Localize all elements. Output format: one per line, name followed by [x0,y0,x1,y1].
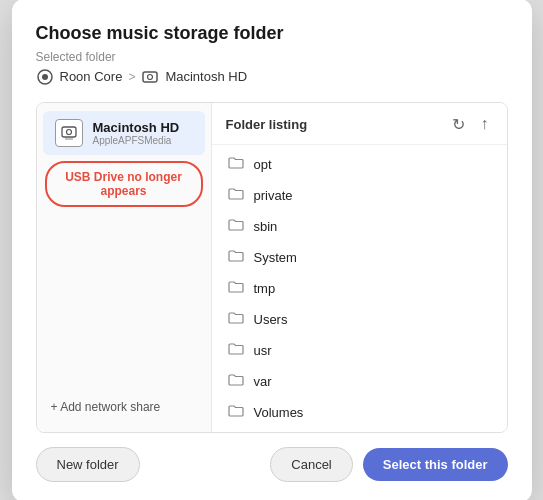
folder-icon [228,187,244,204]
folder-item[interactable]: private [212,180,507,211]
folder-name: usr [254,343,272,358]
refresh-button[interactable]: ↻ [448,113,469,136]
main-area: Macintosh HD AppleAPFSMedia USB Drive no… [36,102,508,433]
folder-item[interactable]: tmp [212,273,507,304]
folder-item[interactable]: Volumes [212,397,507,428]
breadcrumb: Roon Core > Macintosh HD [36,68,508,86]
sidebar-item-macintosh-hd[interactable]: Macintosh HD AppleAPFSMedia [43,111,205,155]
folder-name: tmp [254,281,276,296]
breadcrumb-macintosh-hd: Macintosh HD [165,69,247,84]
svg-rect-2 [143,72,157,82]
folder-name: var [254,374,272,389]
folder-item[interactable]: var [212,366,507,397]
cancel-button[interactable]: Cancel [270,447,352,482]
folder-icon [228,218,244,235]
svg-point-5 [66,129,71,134]
folder-item[interactable]: sbin [212,211,507,242]
up-button[interactable]: ↑ [477,113,493,135]
folder-name: Users [254,312,288,327]
dialog-footer: New folder Cancel Select this folder [36,447,508,482]
folder-icon [228,342,244,359]
folder-panel-title: Folder listing [226,117,308,132]
folder-item[interactable]: usr [212,335,507,366]
select-folder-button[interactable]: Select this folder [363,448,508,481]
breadcrumb-roon-core: Roon Core [60,69,123,84]
roon-core-icon [36,68,54,86]
dialog-title: Choose music storage folder [36,23,508,44]
folder-panel-header: Folder listing ↻ ↑ [212,103,507,145]
folder-name: private [254,188,293,203]
folder-name: sbin [254,219,278,234]
folder-name: Volumes [254,405,304,420]
folder-item[interactable]: System [212,242,507,273]
folder-icon [228,249,244,266]
folder-icon [228,404,244,421]
folder-icon [228,311,244,328]
usb-warning[interactable]: USB Drive no longer appears [45,161,203,207]
folder-icon [228,156,244,173]
svg-point-1 [42,74,48,80]
breadcrumb-separator: > [128,70,135,84]
folder-item[interactable]: Users [212,304,507,335]
folder-name: opt [254,157,272,172]
folder-name: System [254,250,297,265]
macintosh-hd-icon [55,119,83,147]
macintosh-hd-sub: AppleAPFSMedia [93,135,180,146]
folder-list: opt private sbin System [212,145,507,432]
folder-item[interactable]: opt [212,149,507,180]
folder-panel: Folder listing ↻ ↑ opt privat [212,103,507,432]
choose-folder-dialog: Choose music storage folder Selected fol… [12,0,532,500]
svg-point-3 [148,74,153,79]
folder-icon [228,373,244,390]
svg-rect-4 [62,127,76,137]
new-folder-button[interactable]: New folder [36,447,140,482]
selected-folder-label: Selected folder [36,50,508,64]
add-network-share[interactable]: + Add network share [37,390,211,424]
folder-icon [228,280,244,297]
sidebar: Macintosh HD AppleAPFSMedia USB Drive no… [37,103,212,432]
macintosh-hd-breadcrumb-icon [141,68,159,86]
macintosh-hd-name: Macintosh HD [93,120,180,135]
